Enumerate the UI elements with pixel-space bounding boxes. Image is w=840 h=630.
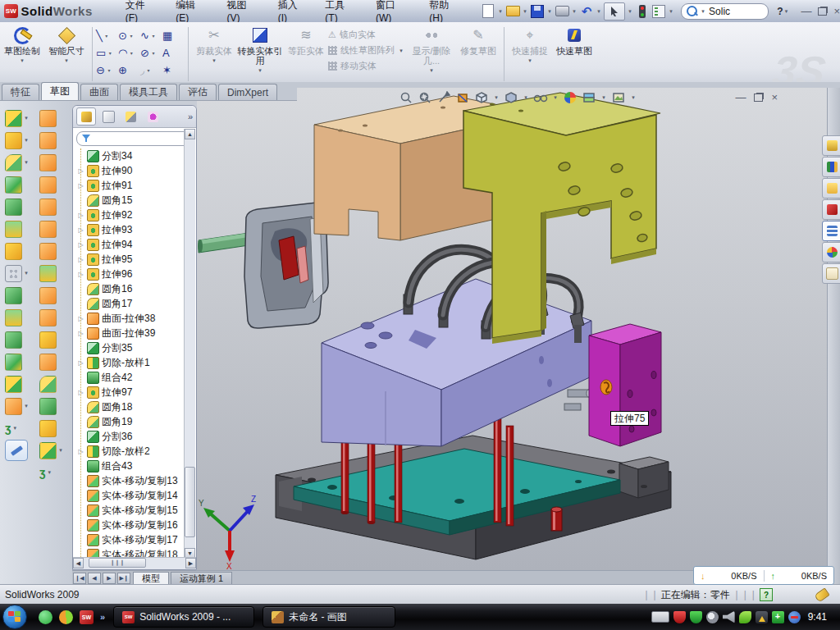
display-style-icon[interactable] <box>504 90 518 105</box>
restore-icon[interactable] <box>754 94 763 102</box>
tree-item[interactable]: ▷切除-放样1 <box>76 355 185 370</box>
spline-icon[interactable]: ∿▾ <box>140 27 162 44</box>
tab-dimxpert[interactable]: DimXpert <box>218 84 277 100</box>
custom-properties-tab[interactable] <box>822 263 840 284</box>
close-icon[interactable]: × <box>771 91 778 103</box>
scroll-left-icon[interactable]: ◀ <box>73 558 84 568</box>
help-button[interactable]: ? <box>777 6 783 17</box>
feature-tool-icon[interactable] <box>5 199 22 216</box>
zoom-to-area-icon[interactable] <box>418 90 432 105</box>
close-icon[interactable]: × <box>833 5 840 17</box>
solidworks-resources-tab[interactable] <box>822 135 840 156</box>
tree-item[interactable]: 分割35 <box>76 340 185 355</box>
expand-arrow-icon[interactable]: ▷ <box>77 212 84 219</box>
dropdown-caret[interactable]: ▾ <box>552 94 559 101</box>
mold-tool-icon[interactable] <box>5 354 22 371</box>
expand-arrow-icon[interactable]: ▷ <box>77 271 84 278</box>
apply-scene-icon[interactable] <box>582 90 596 105</box>
dropdown-caret[interactable]: ▾ <box>398 48 404 54</box>
dropdown-caret[interactable]: ▾ <box>46 469 52 476</box>
convert-entities-button[interactable]: 转换实体引用 ▾ <box>236 22 284 75</box>
tree-item[interactable]: 圆角15 <box>76 193 185 208</box>
scroll-right-icon[interactable]: ▶ <box>185 558 196 568</box>
line-icon[interactable]: ╲▾ <box>96 27 118 44</box>
search-box[interactable]: ▾ Solic <box>681 3 769 20</box>
mold-tool-icon[interactable] <box>5 331 22 349</box>
dropdown-caret[interactable]: ▾ <box>571 8 578 15</box>
dropdown-caret[interactable]: ▾ <box>522 8 528 15</box>
dropdown-caret[interactable]: ▾ <box>527 56 533 66</box>
graphics-viewport[interactable]: Y Z X ▾ ▾ ▾ ▾ ▾ — × 拉伸75 <box>197 88 827 570</box>
tree-item[interactable]: 实体-移动/复制14 <box>76 488 185 503</box>
solidworks-quicklaunch-icon[interactable]: SW <box>80 610 94 624</box>
curve-tool-icon[interactable]: ʒ <box>39 466 45 479</box>
last-tab-icon[interactable]: ▶❙ <box>117 573 130 584</box>
tray-icon[interactable] <box>690 611 702 623</box>
design-library-tab[interactable] <box>822 157 840 177</box>
feature-tool-icon[interactable] <box>5 243 22 260</box>
tray-icon[interactable] <box>706 611 719 623</box>
text-icon[interactable]: A <box>162 44 185 62</box>
dimxpert-manager-tab[interactable] <box>143 107 162 126</box>
view-settings-icon[interactable] <box>611 90 626 105</box>
dropdown-caret[interactable]: ▾ <box>523 94 529 101</box>
dropdown-caret[interactable]: ▾ <box>19 56 25 66</box>
scrollbar-thumb[interactable]: ❙❙❙ <box>89 558 146 568</box>
surface-tool-icon[interactable] <box>39 132 57 149</box>
tree-item[interactable]: ▷拉伸90 <box>76 163 185 178</box>
search-tab[interactable] <box>822 199 840 220</box>
tree-item[interactable]: ▷切除-放样2 <box>76 444 185 459</box>
dropdown-caret[interactable]: ▾ <box>23 270 30 276</box>
taskbar-task-paint[interactable]: 未命名 - 画图 <box>262 606 395 628</box>
view-orientation-icon[interactable] <box>474 90 489 105</box>
expand-arrow-icon[interactable]: ▷ <box>77 182 84 189</box>
dropdown-caret[interactable]: ▾ <box>23 137 30 144</box>
first-tab-icon[interactable]: ❙◀ <box>73 573 86 584</box>
surface-tool-icon[interactable] <box>39 287 57 304</box>
smart-dimension-button[interactable]: 智能尺寸 ▾ <box>44 22 89 66</box>
sketch-button[interactable]: 草图绘制 ▾ <box>0 22 44 66</box>
circle-icon[interactable]: ⊙▾ <box>118 27 140 44</box>
search-scope-caret[interactable]: ▾ <box>700 8 706 15</box>
feature-tool-icon[interactable] <box>5 221 22 238</box>
dropdown-caret[interactable]: ▾ <box>497 8 504 15</box>
view-palette-tab[interactable] <box>822 221 840 241</box>
tree-item[interactable]: ▷曲面-拉伸38 <box>76 311 185 326</box>
surface-tool-icon[interactable] <box>39 221 57 238</box>
dropdown-caret[interactable]: ▾ <box>546 8 553 15</box>
prev-tab-icon[interactable]: ◀ <box>88 573 101 584</box>
scrollbar-thumb[interactable] <box>185 467 195 537</box>
tree-item[interactable]: 实体-移动/复制16 <box>76 518 185 532</box>
surface-tool-icon[interactable] <box>39 154 57 171</box>
options-icon[interactable] <box>651 4 666 19</box>
trim-entities-button[interactable]: ✂ 剪裁实体 ▾ <box>192 22 236 66</box>
side-insert-block[interactable] <box>589 324 661 446</box>
tree-item[interactable]: 组合42 <box>76 370 185 385</box>
dropdown-caret[interactable]: ▾ <box>23 159 30 166</box>
search-input[interactable]: Solic <box>709 6 730 17</box>
motion-study-tab[interactable]: 运动算例 1 <box>171 572 232 585</box>
taskbar-clock[interactable]: 9:41 <box>808 611 827 623</box>
expand-arrow-icon[interactable]: ▷ <box>77 448 84 455</box>
tree-item[interactable]: ▷拉伸95 <box>76 252 185 267</box>
panel-overflow-chevron[interactable]: » <box>188 112 193 121</box>
appearances-scenes-tab[interactable] <box>822 242 840 262</box>
tree-item[interactable]: 实体-移动/复制13 <box>76 473 185 488</box>
tray-icon[interactable] <box>772 611 784 623</box>
restore-icon[interactable] <box>818 7 827 16</box>
tree-item[interactable]: 圆角16 <box>76 281 185 296</box>
quick-tips-icon[interactable]: ? <box>760 588 773 601</box>
tray-icon[interactable] <box>756 611 768 623</box>
new-document-icon[interactable] <box>481 4 495 19</box>
tree-item[interactable]: ▷拉伸97 <box>76 385 185 399</box>
taskbar-task-solidworks[interactable]: SW SolidWorks 2009 - ... <box>113 606 254 628</box>
move-entities-button[interactable]: 移动实体 <box>328 60 407 72</box>
file-explorer-tab[interactable] <box>822 178 840 199</box>
arc-icon[interactable]: ◠▾ <box>118 44 140 62</box>
tray-icon[interactable] <box>788 611 801 623</box>
print-icon[interactable] <box>555 4 569 19</box>
polygon-icon[interactable]: ⊕ <box>118 62 140 79</box>
save-icon[interactable] <box>530 4 545 19</box>
dropdown-caret[interactable]: ▾ <box>63 56 70 66</box>
tree-item[interactable]: 圆角18 <box>76 399 185 414</box>
